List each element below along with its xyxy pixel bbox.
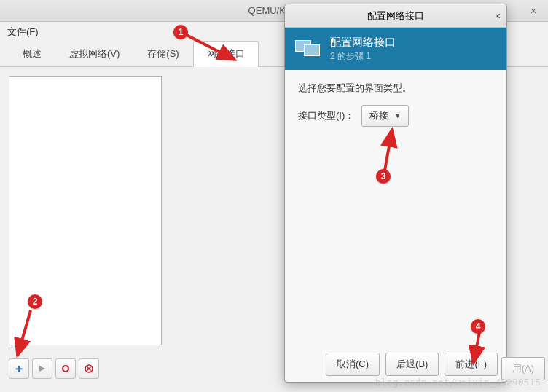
circle-icon [62, 365, 69, 372]
back-button[interactable]: 后退(B) [385, 353, 439, 376]
config-dialog: 配置网络接口 × 配置网络接口 2 的步骤 1 选择您要配置的界面类型。 接口类… [284, 4, 507, 383]
annotation-arrow-1 [178, 28, 243, 70]
header-text: 配置网络接口 2 的步骤 1 [330, 36, 396, 63]
menu-file[interactable]: 文件(F) [7, 26, 39, 39]
svg-line-12 [474, 332, 480, 363]
dialog-header: 配置网络接口 2 的步骤 1 [285, 28, 506, 70]
tab-virtual-network[interactable]: 虚拟网络(V) [55, 41, 133, 66]
svg-line-8 [17, 310, 31, 356]
type-row: 接口类型(I)： 桥接 ▼ [298, 105, 493, 127]
dialog-close-icon[interactable]: × [495, 10, 501, 22]
svg-line-6 [184, 34, 235, 60]
interface-type-combo[interactable]: 桥接 ▼ [361, 105, 409, 127]
main-close-icon[interactable]: × [531, 5, 542, 17]
svg-line-10 [385, 130, 392, 170]
watermark: blog.csdn.net/weixin_45290515 [375, 377, 541, 388]
x-circle-icon [85, 364, 93, 373]
combo-value: 桥接 [369, 109, 388, 122]
annotation-arrow-2 [10, 306, 39, 364]
annotation-arrow-3 [372, 125, 408, 176]
cancel-button[interactable]: 取消(C) [326, 353, 380, 376]
tab-overview[interactable]: 概述 [9, 41, 55, 66]
body-prompt: 选择您要配置的界面类型。 [298, 82, 493, 95]
svg-point-1 [63, 366, 68, 372]
chevron-down-icon: ▼ [394, 112, 401, 119]
header-subtitle: 2 的步骤 1 [330, 50, 396, 63]
network-icon [294, 36, 323, 62]
header-title: 配置网络接口 [330, 36, 396, 50]
play-icon [39, 365, 46, 372]
dialog-title-text: 配置网络接口 [367, 9, 424, 23]
type-label: 接口类型(I)： [298, 109, 354, 122]
record-button[interactable] [55, 358, 76, 379]
interface-list[interactable] [9, 76, 162, 345]
svg-marker-0 [39, 366, 45, 372]
dialog-title-bar: 配置网络接口 × [285, 4, 506, 28]
annotation-arrow-4 [463, 328, 493, 372]
delete-button[interactable] [79, 358, 99, 379]
